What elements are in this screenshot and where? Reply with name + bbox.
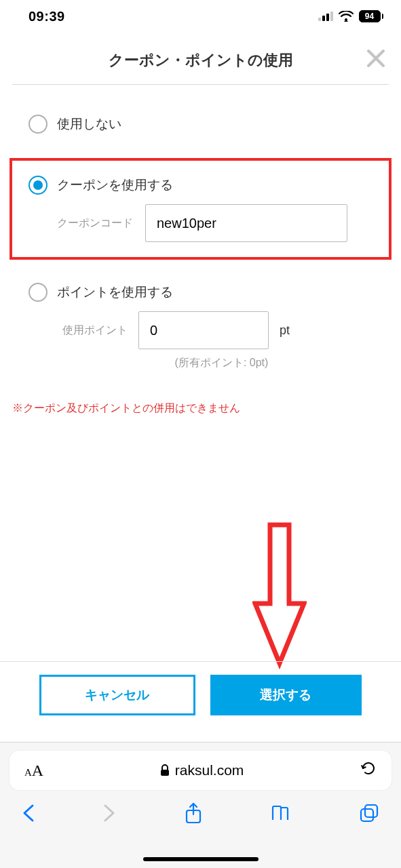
battery-indicator: 94	[359, 10, 384, 22]
forward-button[interactable]	[102, 803, 116, 823]
back-button[interactable]	[22, 803, 35, 823]
browser-chrome: AA raksul.com	[0, 742, 401, 868]
close-button[interactable]	[366, 48, 386, 68]
coupon-field-label: クーポンコード	[57, 216, 133, 231]
radio-coupon[interactable]	[28, 176, 47, 195]
status-bar: 09:39 94	[0, 0, 401, 33]
url-text: raksul.com	[175, 762, 244, 778]
reload-button[interactable]	[360, 760, 377, 781]
highlight-annotation: クーポンを使用する クーポンコード	[9, 158, 392, 260]
tabs-button[interactable]	[359, 803, 379, 823]
svg-rect-3	[330, 12, 333, 21]
points-input[interactable]	[138, 311, 269, 349]
option-points[interactable]: ポイントを使用する	[12, 283, 389, 311]
home-indicator	[143, 857, 259, 861]
text-size-button[interactable]: AA	[24, 762, 43, 780]
arrow-annotation	[252, 522, 307, 671]
page-title: クーポン・ポイントの使用	[109, 50, 293, 71]
owned-points-text: (所有ポイント: 0pt)	[12, 356, 389, 370]
option-none-label: 使用しない	[57, 115, 121, 133]
select-button[interactable]: 選択する	[210, 675, 362, 715]
page-header: クーポン・ポイントの使用	[0, 33, 401, 84]
bottom-divider	[0, 661, 401, 662]
wifi-icon	[339, 11, 354, 22]
svg-rect-7	[161, 770, 169, 776]
lock-icon	[160, 764, 170, 776]
button-bar: キャンセル 選択する	[0, 675, 401, 715]
points-field-label: 使用ポイント	[62, 323, 128, 338]
cellular-icon	[318, 12, 333, 21]
svg-point-4	[345, 18, 347, 21]
bookmarks-button[interactable]	[270, 804, 292, 823]
status-indicators: 94	[318, 10, 384, 22]
warning-text: ※クーポン及びポイントとの併用はできません	[0, 370, 401, 416]
coupon-code-input[interactable]	[145, 204, 347, 242]
svg-rect-12	[365, 805, 377, 817]
url-display[interactable]: raksul.com	[160, 762, 244, 778]
reload-icon	[360, 760, 377, 776]
option-coupon-label: クーポンを使用する	[57, 176, 173, 194]
option-none[interactable]: 使用しない	[12, 115, 389, 139]
option-coupon[interactable]: クーポンを使用する	[28, 176, 373, 204]
status-time: 09:39	[28, 9, 65, 24]
svg-rect-0	[318, 18, 321, 21]
svg-rect-11	[361, 809, 373, 821]
radio-none[interactable]	[28, 115, 47, 134]
svg-rect-1	[322, 16, 325, 21]
share-button[interactable]	[184, 802, 203, 824]
svg-rect-2	[326, 14, 329, 21]
browser-toolbar	[0, 790, 401, 824]
url-bar[interactable]: AA raksul.com	[9, 751, 392, 790]
points-suffix: pt	[280, 323, 290, 338]
option-points-label: ポイントを使用する	[57, 283, 173, 301]
cancel-button[interactable]: キャンセル	[39, 675, 195, 715]
close-icon	[366, 48, 386, 68]
radio-points[interactable]	[28, 283, 47, 302]
